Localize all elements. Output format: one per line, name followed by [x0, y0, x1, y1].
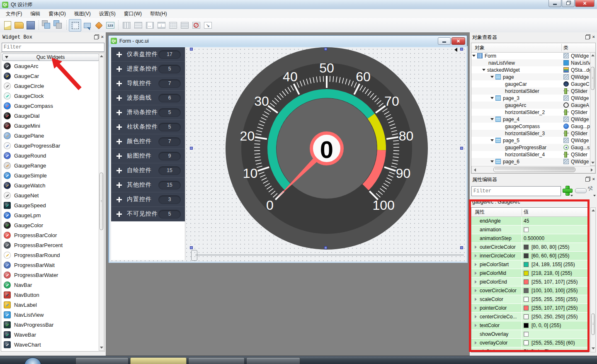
configure-dropdown-icon[interactable] [593, 195, 596, 197]
restore-button[interactable] [562, 0, 575, 7]
widget-box-scrollbar[interactable] [99, 53, 104, 351]
nav-list-item[interactable]: 进度条控件5 [111, 62, 185, 76]
scroll-down-icon[interactable] [100, 347, 103, 349]
taskbar-window-button[interactable] [75, 357, 129, 364]
property-row[interactable]: innerCircleColor[60, 60, 60] (255) [471, 252, 589, 260]
object-tree-row[interactable]: gaugeArcGaugeA [471, 102, 590, 109]
minimize-button[interactable] [548, 0, 561, 7]
scroll-up-icon[interactable] [591, 54, 595, 56]
property-row[interactable]: showOverlay [471, 330, 589, 339]
widget-box-item[interactable]: GaugeLpm [2, 210, 99, 220]
scroll-left-icon[interactable] [474, 168, 476, 172]
widget-box-item[interactable]: GaugeRound [2, 150, 99, 160]
widget-category-header[interactable]: Quc Widgets [2, 53, 99, 61]
property-expand-icon[interactable] [475, 263, 477, 266]
remove-dynamic-property-button[interactable] [575, 188, 587, 193]
lay-vs-button[interactable]: ↕ [155, 19, 167, 31]
menu-item[interactable]: 设置(S) [95, 9, 120, 19]
object-inspector-header[interactable]: 对象 类 [471, 43, 595, 53]
scrollbar-thumb[interactable] [100, 172, 103, 230]
object-tree-row[interactable]: page_5QWidge [471, 137, 590, 144]
menu-item[interactable]: 窗体(O) [44, 9, 70, 19]
widget-box-item[interactable]: WaveChart [2, 340, 99, 349]
nav-list-item[interactable]: 导航控件7 [111, 76, 185, 91]
menu-item[interactable]: 编辑 [26, 9, 44, 19]
property-row[interactable]: animationStep0.500000 [471, 234, 589, 243]
object-tree-row[interactable]: horizontalSlider_3QSlider [471, 130, 590, 137]
object-tree-row[interactable]: horizontalSlider_4QSlider [471, 151, 590, 158]
nav-list-item[interactable]: 颜色控件7 [111, 134, 185, 149]
widget-box-item[interactable]: GaugeColor [2, 220, 99, 230]
menu-item[interactable]: 帮助(H) [146, 9, 171, 19]
object-tree-row[interactable]: pageQWidge [471, 73, 590, 80]
object-tree-row[interactable]: gaugeProgressBarGaug...s [471, 144, 590, 151]
property-row[interactable]: animation [471, 226, 589, 234]
lower-widget-button[interactable] [53, 19, 64, 31]
scrollbar-thumb[interactable] [591, 67, 595, 90]
tree-expand-icon[interactable] [490, 160, 494, 163]
nav-list-item[interactable]: 其他控件15 [111, 178, 185, 192]
nav-list-item[interactable]: 自绘控件15 [111, 163, 185, 178]
property-row[interactable]: pointerColor[255, 107, 107] (255) [471, 304, 589, 313]
widget-box-item[interactable]: NavButton [2, 290, 99, 300]
object-tree-row[interactable]: page_4QWidge [471, 116, 590, 123]
selection-handle[interactable] [460, 48, 463, 51]
property-row[interactable]: pieColorEnd[255, 107, 107] (255) [471, 278, 589, 286]
widget-box-item[interactable]: GaugePlane [2, 131, 99, 141]
tree-expand-icon[interactable] [490, 139, 494, 141]
property-expand-icon[interactable] [475, 306, 477, 310]
nav-list-item[interactable]: 仪表盘控件17 [111, 47, 185, 62]
scrollbar-thumb[interactable] [493, 167, 575, 172]
widget-box-item[interactable]: GaugeCompass [2, 101, 99, 111]
gauge-arc-widget[interactable]: 01020304050607080901000 [226, 47, 428, 250]
horizontal-slider-handle[interactable] [191, 250, 197, 261]
form-window[interactable]: Qt Form - quc.ui ✕ 仪表盘控件17进度条控件5导航控件7波形曲… [108, 35, 467, 262]
widget-box-item[interactable]: GaugeWatch [2, 180, 99, 190]
selection-handle[interactable] [324, 246, 327, 249]
nav-list-item[interactable]: 贴图控件9 [111, 149, 185, 163]
lay-v-button[interactable] [132, 19, 144, 31]
menu-item[interactable]: 文件(F) [2, 9, 26, 19]
scroll-right-icon[interactable] [591, 168, 593, 172]
property-checkbox[interactable] [524, 332, 529, 337]
form-close-button[interactable]: ✕ [451, 37, 465, 45]
form-title-bar[interactable]: Qt Form - quc.ui ✕ [109, 36, 467, 46]
object-tree-row[interactable]: horizontalSlider_2QSlider [471, 109, 590, 116]
taskbar-window-button[interactable] [130, 357, 187, 364]
close-panel-icon[interactable]: ✕ [101, 35, 104, 39]
break-layout-button[interactable] [190, 19, 202, 31]
property-filter-input[interactable] [471, 186, 561, 196]
property-checkbox[interactable] [524, 227, 529, 232]
lay-hs-button[interactable]: ↔ [144, 19, 155, 31]
property-row[interactable]: overlayColor[255, 255, 255] (60) [471, 339, 589, 347]
windows-start-icon[interactable] [24, 357, 41, 364]
widget-box-item[interactable]: GaugeCar [2, 71, 99, 81]
widget-box-item[interactable]: ProgressBarWait [2, 260, 99, 270]
property-expand-icon[interactable] [475, 272, 477, 275]
widget-box-item[interactable]: NavBar [2, 280, 99, 290]
widget-box-item[interactable]: GaugeMini [2, 121, 99, 131]
property-expand-icon[interactable] [475, 245, 477, 249]
menu-item[interactable]: 窗口(W) [120, 9, 146, 19]
selection-handle[interactable] [190, 48, 193, 51]
property-row[interactable]: outerCircleColor[80, 80, 80] (255) [471, 243, 589, 252]
widget-box-item[interactable]: GaugeArc [2, 61, 99, 71]
scroll-up-icon[interactable] [100, 55, 103, 57]
selection-handle[interactable] [190, 246, 193, 249]
property-expand-icon[interactable] [475, 341, 477, 345]
lay-grid-button[interactable] [167, 19, 179, 31]
property-row[interactable]: pieStylePieStyle_Three [471, 347, 589, 352]
adjust-size-button[interactable]: ↘ [202, 19, 214, 31]
object-tree-row[interactable]: navListViewNavListV [471, 59, 590, 66]
selection-handle[interactable] [190, 147, 193, 150]
add-dynamic-property-button[interactable] [562, 185, 573, 196]
property-row[interactable]: pieColorMid[218, 218, 0] (255) [471, 269, 589, 278]
widget-box-item[interactable]: WaveBar [2, 330, 99, 340]
property-expand-icon[interactable] [475, 315, 477, 318]
scroll-up-icon[interactable] [592, 209, 595, 211]
object-inspector-vscrollbar[interactable] [590, 52, 595, 166]
edit-signals-button[interactable] [81, 19, 93, 31]
widget-box-item[interactable]: ProgressBarRound [2, 250, 99, 260]
form-minimize-button[interactable] [438, 37, 451, 45]
taskbar-window-button[interactable] [188, 357, 245, 364]
